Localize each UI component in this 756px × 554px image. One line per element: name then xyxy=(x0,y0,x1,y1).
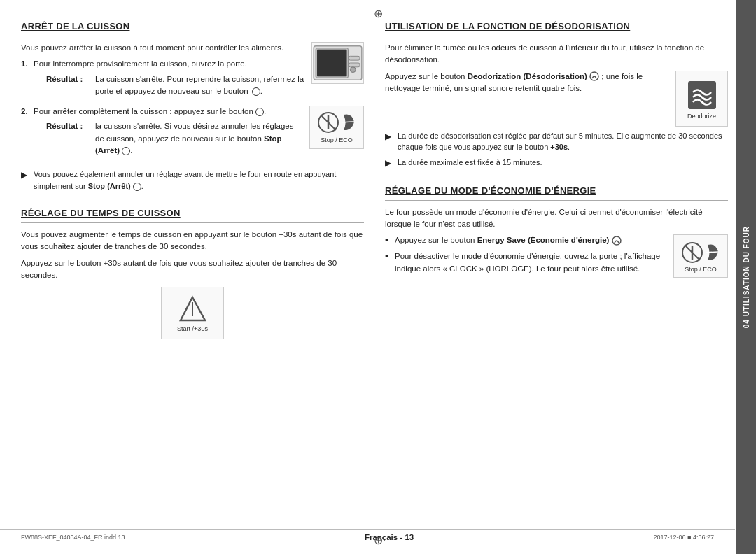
start-30s-svg xyxy=(174,294,212,325)
section-eco-title: RÉGLAGE DU MODE D'ÉCONOMIE D'ÉNERGIE xyxy=(385,185,728,196)
chapter-label: 04 UTILISATION DU FOUR xyxy=(743,226,750,328)
footer: FW88S-XEF_04034A-04_FR.indd 13 Français … xyxy=(0,529,735,541)
section-temps-title: RÉGLAGE DU TEMPS DE CUISSON xyxy=(21,208,364,218)
result-label-2: Résultat : xyxy=(46,120,95,132)
list-item-2: 2. xyxy=(21,106,364,159)
list-text-2: Pour arrêter complètement la cuisson : a… xyxy=(34,107,266,115)
result-block-2: Résultat : la cuisson s'arrête. Si vous … xyxy=(46,120,302,157)
desod-note2: ▶ La durée maximale est fixée à 15 minut… xyxy=(385,157,728,169)
note-text-1: Vous pouvez également annuler un réglage… xyxy=(34,169,364,192)
svg-rect-2 xyxy=(317,50,347,77)
section-arret-cuisson: ARRÊT DE LA CUISSON xyxy=(21,21,364,195)
right-column: UTILISATION DE LA FONCTION DE DÉSODORISA… xyxy=(385,21,728,519)
bullet-dot-2: • xyxy=(385,250,395,262)
top-compass-mark: ⊕ xyxy=(374,7,383,20)
deodorize-image: Deodorize xyxy=(676,71,728,127)
footer-left: FW88S-XEF_04034A-04_FR.indd 13 xyxy=(21,534,125,541)
result-block-1: Résultat : La cuisson s'arrête. Pour rep… xyxy=(46,73,304,98)
footer-center: Français - 13 xyxy=(365,533,414,541)
section-eco-divider xyxy=(385,200,728,201)
temps-text1: Vous pouvez augmenter le temps de cuisso… xyxy=(21,229,364,253)
eco-bullet-1: • Appuyez sur le bouton Energy Save (Éco… xyxy=(385,234,666,246)
section-arret-title: ARRÊT DE LA CUISSON xyxy=(21,21,364,31)
desod-note1-text: La durée de désodorisation est réglée pa… xyxy=(398,130,728,153)
stop-eco-label-1: Stop / ECO xyxy=(321,136,353,145)
stop-eco-image-2-container: Stop / ECO xyxy=(673,234,728,278)
microwave-svg xyxy=(312,43,364,83)
left-column: ARRÊT DE LA CUISSON xyxy=(21,21,364,519)
desod-intro: Pour éliminer la fumée ou les odeurs de … xyxy=(385,42,728,66)
arret-note: ▶ Vous pouvez également annuler un régla… xyxy=(21,169,364,192)
note-icon-1: ▶ xyxy=(21,169,34,181)
svg-rect-4 xyxy=(349,63,359,67)
stop-eco-svg-1 xyxy=(316,109,358,136)
section-desod-title: UTILISATION DE LA FONCTION DE DÉSODORISA… xyxy=(385,21,728,31)
start-30s-label: Start /+30s xyxy=(177,325,208,332)
section-economie: RÉGLAGE DU MODE D'ÉCONOMIE D'ÉNERGIE Le … xyxy=(385,185,728,279)
desod-button-icon xyxy=(589,71,599,81)
deodorize-image-container: Deodorize xyxy=(676,71,728,127)
note-icon-3: ▶ xyxy=(385,157,398,169)
deodorize-label: Deodorize xyxy=(687,113,716,120)
list-content-1: Pour interrompre provisoirement la cuiss… xyxy=(34,58,304,100)
start-30s-container: Start /+30s xyxy=(21,287,364,339)
list-text-1: Pour interrompre provisoirement la cuiss… xyxy=(34,59,247,68)
stop-eco-svg-2 xyxy=(680,239,722,266)
list-num-1: 1. xyxy=(21,58,34,100)
eco-bullet-1-text: Appuyez sur le bouton Energy Save (Écono… xyxy=(395,234,622,246)
svg-point-5 xyxy=(350,67,356,73)
section-desod-divider xyxy=(385,36,728,36)
svg-rect-11 xyxy=(688,81,716,109)
bottom-compass-mark: ⊕ xyxy=(374,534,383,547)
desod-note1: ▶ La durée de désodorisation est réglée … xyxy=(385,130,728,153)
page: ⊕ 04 UTILISATION DU FOUR ARRÊT DE LA CUI… xyxy=(0,0,756,554)
section-temps-cuisson: RÉGLAGE DU TEMPS DE CUISSON Vous pouvez … xyxy=(21,208,364,339)
microwave-image xyxy=(312,42,364,84)
bullet-dot-1: • xyxy=(385,234,395,246)
result-label-1: Résultat : xyxy=(46,73,95,85)
list-item-1: 1. Pour interrompre provisoirement la cu… xyxy=(21,58,304,100)
section-temps-divider xyxy=(21,222,364,223)
eco-button-icon xyxy=(612,236,622,246)
stop-eco-image-1: Stop / ECO xyxy=(309,106,364,149)
list-num-2: 2. xyxy=(21,106,34,159)
eco-bullet-2: • Pour désactiver le mode d'économie d'é… xyxy=(385,250,666,275)
result-text-2: la cuisson s'arrête. Si vous désirez ann… xyxy=(95,120,302,157)
main-content: ARRÊT DE LA CUISSON xyxy=(21,21,728,519)
stop-eco-image-1-container: Stop / ECO xyxy=(309,106,364,149)
svg-rect-3 xyxy=(349,56,359,60)
list-content-2: Stop / ECO Pour arrêter complètement la … xyxy=(34,106,364,159)
section-desodorisation: UTILISATION DE LA FONCTION DE DÉSODORISA… xyxy=(385,21,728,173)
section-divider xyxy=(21,36,364,36)
desod-note2-text: La durée maximale est fixée à 15 minutes… xyxy=(398,157,542,169)
microwave-image-container xyxy=(312,42,364,84)
eco-bullet-2-text: Pour désactiver le mode d'économie d'éne… xyxy=(395,250,666,275)
chapter-sidebar: 04 UTILISATION DU FOUR xyxy=(736,0,756,554)
footer-right: 2017-12-06 ■ 4:36:27 xyxy=(653,534,714,541)
stop-eco-label-2: Stop / ECO xyxy=(685,266,717,273)
note-icon-2: ▶ xyxy=(385,130,398,143)
stop-eco-image-2: Stop / ECO xyxy=(673,234,728,278)
eco-intro: Le four possède un mode d'économie d'éne… xyxy=(385,206,728,231)
result-text-1: La cuisson s'arrête. Pour reprendre la c… xyxy=(95,73,304,98)
start-30s-image: Start /+30s xyxy=(161,287,224,339)
deodorize-svg xyxy=(685,78,720,113)
temps-text2: Appuyez sur le bouton +30s autant de foi… xyxy=(21,257,364,282)
